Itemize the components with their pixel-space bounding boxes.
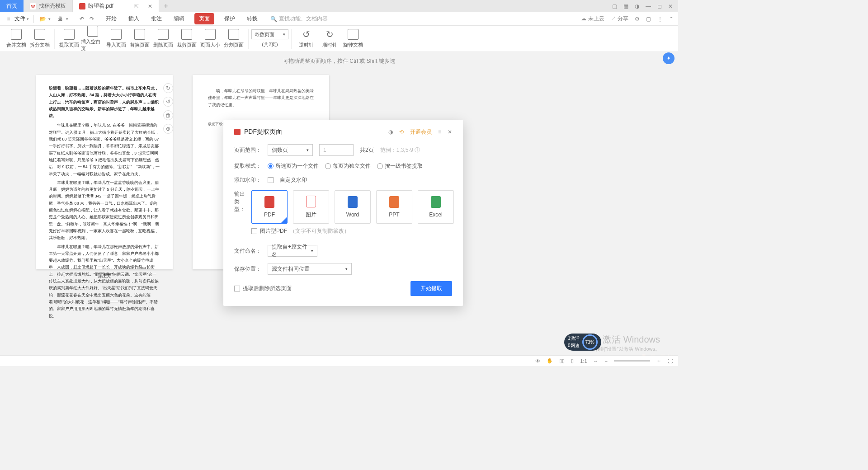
range-input[interactable]: 1: [319, 144, 354, 156]
merge-button[interactable]: 合并文档: [5, 29, 28, 48]
rotate-doc-button[interactable]: 旋转文档: [341, 29, 365, 48]
page-layout-icon[interactable]: ▯▯: [559, 358, 565, 364]
ribbon: 合并文档 拆分文档 提取页面 插入空白页 导入页面 替换页面 删除页面 裁剪页面…: [0, 26, 678, 52]
collapse-icon[interactable]: ⌃: [669, 16, 674, 22]
page-thumb-1[interactable]: ↻ ↺ 🗑 ⊕ 盼望着，盼望着……随着以盼的新年近了。街市上车水马龙，人山人海，…: [36, 75, 173, 269]
range-label: 页面范围：: [234, 146, 261, 154]
page-select[interactable]: 奇数页面▾: [251, 29, 288, 39]
location-select[interactable]: 源文件相同位置▾: [268, 263, 352, 275]
vip-link[interactable]: 开通会员: [410, 128, 432, 136]
statusbar: 👁 ✋ ▯▯ ▯ 1:1 ↔ − ＋ ⛶: [0, 355, 678, 366]
settings-icon[interactable]: ⚙: [635, 16, 640, 22]
extract-button[interactable]: 提取页面: [57, 29, 81, 48]
filename-select[interactable]: 提取自+原文件名▾: [268, 245, 317, 257]
undo-icon[interactable]: ↶: [78, 15, 86, 23]
nav-insert[interactable]: 插入: [127, 13, 141, 24]
card-ppt[interactable]: PPT: [376, 190, 412, 224]
avatar-small-icon[interactable]: ◑: [388, 129, 393, 135]
zoom-icon[interactable]: ⊕: [163, 124, 173, 134]
filename-label: 文件命名：: [234, 247, 261, 255]
tab-home[interactable]: 首页: [0, 0, 24, 12]
split-doc-button[interactable]: 拆分文档: [28, 29, 52, 48]
page1-para1: 盼望着，盼望着……随着以盼的新年近了。街市上车水马龙，人山人海，好不热闹。34 …: [49, 85, 160, 119]
zoom-slider[interactable]: [614, 360, 650, 362]
zoom-out-icon[interactable]: −: [605, 358, 608, 364]
mode-radio-3[interactable]: 按一级书签提取: [377, 162, 423, 170]
view-mode-icon[interactable]: 👁: [535, 358, 540, 364]
nav-page[interactable]: 页面: [194, 13, 214, 24]
start-extract-button[interactable]: 开始提取: [410, 281, 452, 296]
watermark-checkbox[interactable]: [268, 177, 274, 183]
hand-icon[interactable]: ✋: [547, 358, 553, 364]
single-page-icon[interactable]: ▯: [571, 358, 574, 364]
rotate-cw-button[interactable]: ↻顺时针: [318, 29, 341, 48]
fullscreen-icon[interactable]: ⛶: [668, 358, 673, 364]
rotate-cw-icon[interactable]: ↻: [163, 83, 173, 93]
range-select[interactable]: 偶数页▾: [268, 144, 313, 156]
zoom-in-icon[interactable]: ＋: [656, 357, 661, 364]
import-page-button[interactable]: 导入页面: [104, 29, 128, 48]
nav-annotate[interactable]: 批注: [149, 13, 164, 24]
page-tools: ↻ ↺ 🗑 ⊕: [163, 83, 173, 134]
watermark-label: 添加水印：: [234, 176, 261, 184]
trash-icon[interactable]: 🗑: [163, 110, 173, 120]
new-tab-button[interactable]: ＋: [159, 0, 173, 12]
page-size-button[interactable]: 页面大小: [198, 29, 222, 48]
rotate-ccw-icon[interactable]: ↺: [163, 97, 173, 107]
split-page-button[interactable]: 分割页面: [222, 29, 245, 48]
system-gauge[interactable]: 1激活0网速 73%: [564, 334, 601, 351]
crop-page-button[interactable]: 裁剪页面: [175, 29, 198, 48]
more-icon[interactable]: ⋮: [657, 16, 663, 22]
range-example: 范例：1,3,5-9 ⓘ: [380, 146, 420, 154]
page2-text1: 嗅，年味儿在爷爷的对联里，年味儿在妈妈热备的美味佳肴里，年味儿在一声声爆竹里——…: [208, 88, 314, 108]
rotate-ccw-button[interactable]: ↺逆时针: [294, 29, 318, 48]
imgpdf-checkbox[interactable]: [251, 228, 257, 234]
tab-templates[interactable]: W找稻壳模板: [24, 0, 73, 12]
drag-hint: 可拖动调整页面顺序，按住 Ctrl 或 Shift 键多选: [0, 52, 678, 67]
card-word[interactable]: Word: [335, 190, 371, 224]
close-icon[interactable]: ✕: [148, 3, 152, 9]
wps-icon: W: [30, 3, 36, 9]
grid-icon[interactable]: ▦: [623, 3, 628, 9]
tab-document[interactable]: 盼望着.pdf⇱✕: [73, 0, 159, 12]
dialog-close-icon[interactable]: ✕: [448, 129, 452, 135]
pdf-icon: [79, 3, 85, 9]
fullwidth-icon[interactable]: ↔: [594, 358, 599, 364]
chat-icon[interactable]: ▢: [646, 16, 651, 22]
maximize-button[interactable]: ◻: [657, 3, 662, 9]
print-icon[interactable]: 🖶: [56, 15, 64, 23]
mode-radio-1[interactable]: 所选页为一个文件: [268, 162, 319, 170]
nav-edit[interactable]: 编辑: [172, 13, 186, 24]
tab-pin-icon[interactable]: ⇱: [134, 3, 139, 9]
imgpdf-note: （文字不可复制防篡改）: [290, 227, 349, 235]
close-button[interactable]: ✕: [668, 3, 673, 9]
extract-dialog: PDF提取页面 ◑ ⟲ 开通会员 ≡ ✕ 页面范围： 偶数页▾ 1 共2页 范例…: [223, 120, 463, 306]
redo-icon[interactable]: ↷: [88, 15, 96, 23]
blank-page-button[interactable]: 插入空白页: [81, 26, 104, 52]
delete-after-checkbox[interactable]: 提取后删除所选页面: [234, 285, 292, 292]
dialog-title: PDF提取页面: [244, 128, 282, 136]
delete-page-button[interactable]: 删除页面: [151, 29, 175, 48]
nav-convert[interactable]: 转换: [245, 13, 259, 24]
card-image[interactable]: 图片: [293, 190, 329, 224]
layout-icon[interactable]: ▢: [612, 3, 617, 9]
cloud-status[interactable]: ☁ 未上云: [581, 15, 604, 23]
fit-icon[interactable]: 1:1: [580, 358, 587, 364]
nav-start[interactable]: 开始: [104, 13, 118, 24]
hamburger-icon[interactable]: ≡: [5, 15, 13, 23]
search-box[interactable]: 🔍查找功能、文档内容: [270, 15, 328, 23]
card-pdf[interactable]: PDF: [251, 190, 288, 224]
card-excel[interactable]: Excel: [418, 190, 454, 224]
nav-protect[interactable]: 保护: [222, 13, 237, 24]
refresh-icon[interactable]: ⟲: [399, 129, 404, 135]
replace-page-button[interactable]: 替换页面: [128, 29, 151, 48]
window-controls: ▢ ▦ ◑ — ◻ ✕: [612, 0, 678, 12]
mode-radio-2[interactable]: 每页为独立文件: [325, 162, 371, 170]
dialog-menu-icon[interactable]: ≡: [438, 129, 441, 135]
avatar-icon[interactable]: ◑: [635, 3, 639, 9]
file-menu[interactable]: 文件 ▾: [14, 15, 29, 23]
float-assistant-button[interactable]: ✦: [663, 52, 675, 64]
minimize-button[interactable]: —: [646, 3, 651, 9]
share-button[interactable]: ↗ 分享: [611, 15, 628, 23]
open-icon[interactable]: 📂: [38, 15, 47, 23]
